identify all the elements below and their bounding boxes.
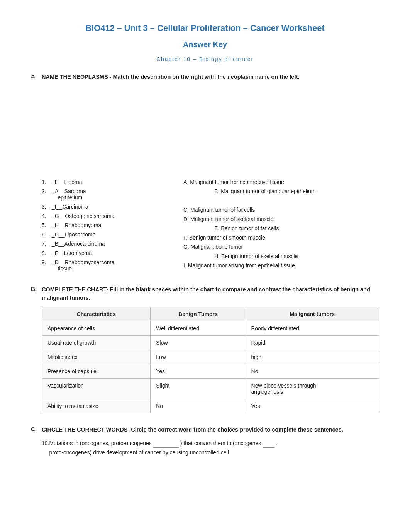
comparison-table: Characteristics Benign Tumors Malignant … [42, 307, 379, 413]
list-item: A. Malignant tumor from connective tissu… [183, 179, 379, 185]
col-malignant: Malignant tumors [246, 307, 379, 321]
table-row: Vascularization Slight New blood vessels… [42, 379, 379, 399]
chapter-title: Chapter 10 – Biology of cancer [31, 56, 379, 62]
section-b: B. COMPLETE THE CHART- Fill in the blank… [31, 286, 379, 414]
cell-malignant: New blood vessels throughangiogenesis [246, 379, 379, 399]
cell-benign: No [151, 399, 246, 413]
list-item: 7. _B__Adenocarcinoma [42, 241, 183, 247]
cell-malignant: Yes [246, 399, 379, 413]
cell-char: Appearance of cells [42, 321, 151, 336]
section-b-content: COMPLETE THE CHART- Fill in the blank sp… [42, 286, 379, 414]
section-a-header: NAME THE NEOPLASMS - Match the descripti… [42, 73, 379, 82]
circled-oncogenes [263, 439, 274, 448]
list-item: 3. _I__Carcinoma [42, 204, 183, 210]
list-item: 4. _G__Osteogenic sarcoma [42, 213, 183, 219]
cell-char: Presence of capsule [42, 364, 151, 379]
cell-benign: Low [151, 350, 246, 364]
cell-char: Mitotic index [42, 350, 151, 364]
subtitle: Answer Key [31, 40, 379, 49]
list-item: 6. _C__Liposarcoma [42, 231, 183, 238]
item-10-line2: proto-oncogenes) drive development of ca… [42, 449, 229, 456]
table-row: Usual rate of growth Slow Rapid [42, 336, 379, 350]
list-item: H. Benign tumor of skeletal muscle [183, 253, 379, 259]
item-10: 10.Mutations in (oncogenes, proto-oncoge… [42, 439, 379, 457]
list-item: I. Malignant tumor arising from epitheli… [183, 262, 379, 269]
table-row: Presence of capsule Yes No [42, 364, 379, 379]
cell-benign: Yes [151, 364, 246, 379]
list-item: C. Malignant tumor of fat cells [183, 207, 379, 213]
list-item: 5. _H__Rhabdomyoma [42, 222, 183, 228]
section-a-label: A. [31, 73, 42, 80]
circled-proto-oncogenes [153, 439, 179, 448]
section-c-header: CIRCLE THE CORRECT WORDS -Circle the cor… [42, 426, 379, 434]
list-item: 1. _E__Lipoma [42, 179, 183, 185]
section-a: A. NAME THE NEOPLASMS - Match the descri… [31, 73, 379, 275]
list-item: B. Malignant tumor of glandular epitheli… [183, 188, 379, 194]
list-item: F. Benign tumor of smooth muscle [183, 235, 379, 241]
cell-benign: Slight [151, 379, 246, 399]
cell-malignant: Rapid [246, 336, 379, 350]
cell-benign: Well differentiated [151, 321, 246, 336]
cell-char: Usual rate of growth [42, 336, 151, 350]
neoplasm-list: 1. _E__Lipoma 2. _A__Sarcoma epithelium … [42, 179, 379, 275]
section-a-content: NAME THE NEOPLASMS - Match the descripti… [42, 73, 379, 275]
table-row: Appearance of cells Well differentiated … [42, 321, 379, 336]
col-benign: Benign Tumors [151, 307, 246, 321]
neoplasm-right: A. Malignant tumor from connective tissu… [183, 179, 379, 275]
col-characteristics: Characteristics [42, 307, 151, 321]
section-b-label: B. [31, 286, 42, 292]
item-10-prefix: 10.Mutations in (oncogenes, proto-oncoge… [42, 440, 152, 446]
neoplasm-left: 1. _E__Lipoma 2. _A__Sarcoma epithelium … [42, 179, 183, 275]
cell-char: Vascularization [42, 379, 151, 399]
section-c-content: CIRCLE THE CORRECT WORDS -Circle the cor… [42, 426, 379, 457]
cell-malignant: high [246, 350, 379, 364]
item-10-suffix: , [276, 440, 278, 446]
list-item: E. Benign tumor of fat cells [183, 225, 379, 231]
cell-malignant: Poorly differentiated [246, 321, 379, 336]
list-item: 9. _D__Rhabdomyosarcoma tissue [42, 259, 183, 272]
list-item: D. Malignant tumor of skeletal muscle [183, 216, 379, 222]
list-item: 8. _F__Leiomyoma [42, 250, 183, 256]
list-item: G. Malignant bone tumor [183, 244, 379, 250]
section-c-label: C. [31, 426, 42, 432]
cell-benign: Slow [151, 336, 246, 350]
section-c: C. CIRCLE THE CORRECT WORDS -Circle the … [31, 426, 379, 457]
cell-char: Ability to metastasize [42, 399, 151, 413]
section-b-header: COMPLETE THE CHART- Fill in the blank sp… [42, 286, 379, 303]
table-row: Ability to metastasize No Yes [42, 399, 379, 413]
item-10-middle: ) that convert them to (oncogenes [180, 440, 261, 446]
cell-malignant: No [246, 364, 379, 379]
list-item: 2. _A__Sarcoma epithelium [42, 188, 183, 201]
main-title: BIO412 – Unit 3 – Cellular Proliferation… [31, 23, 379, 33]
table-row: Mitotic index Low high [42, 350, 379, 364]
list-item [183, 197, 379, 204]
